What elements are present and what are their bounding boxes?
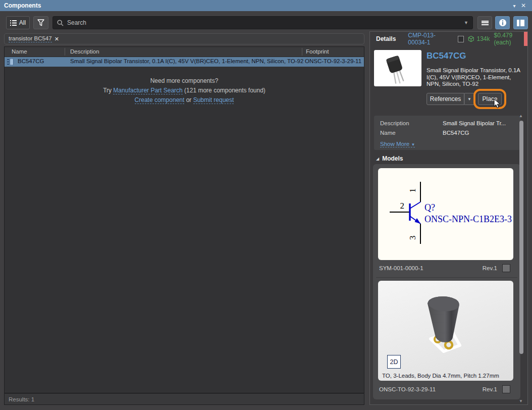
chevron-down-icon: ▼ bbox=[467, 97, 471, 101]
details-header: Details CMP-013-00034-1 134k $0.479 (eac… bbox=[370, 32, 527, 46]
details-scrollbar[interactable]: ▲ ▼ bbox=[517, 113, 525, 404]
or-text: or bbox=[184, 96, 193, 104]
info-icon bbox=[499, 19, 507, 27]
component-id-link[interactable]: CMP-013-00034-1 bbox=[408, 32, 453, 46]
columns-icon bbox=[520, 20, 524, 26]
column-header-description[interactable]: Description bbox=[70, 48, 99, 55]
panel-menu-chevron-icon[interactable]: ▾ bbox=[510, 3, 519, 9]
list-icon bbox=[10, 20, 17, 26]
symbol-name-label: ONSC-NPN-C1B2E3-3 bbox=[424, 214, 512, 224]
symbol-checkbox[interactable] bbox=[502, 264, 510, 272]
column-header-footprint[interactable]: Footprint bbox=[306, 48, 329, 55]
property-value: BC547CG bbox=[443, 130, 469, 136]
create-component-link[interactable]: Create component bbox=[135, 96, 185, 104]
panel-titlebar: Components ▾ ✕ bbox=[0, 0, 532, 11]
column-divider[interactable] bbox=[65, 48, 65, 56]
filter-remove-icon[interactable]: ✕ bbox=[55, 36, 59, 42]
pin1-number: 1 bbox=[408, 188, 417, 193]
models-section-label: Models bbox=[382, 155, 403, 162]
properties-card: DescriptionSmall Signal Bipolar Tr... Na… bbox=[374, 116, 520, 150]
try-text: Try bbox=[103, 87, 113, 94]
models-section-header[interactable]: ◢ Models bbox=[376, 155, 403, 162]
footprint-id: ONSC-TO-92-3-29-11 bbox=[379, 386, 436, 392]
panel-close-icon[interactable]: ✕ bbox=[519, 2, 528, 9]
panel-title: Components bbox=[4, 2, 41, 9]
npn-symbol-drawing: 1 2 3 Q? ONSC-NPN-C1B2E3-3 bbox=[378, 168, 513, 260]
schematic-symbol-preview[interactable]: 1 2 3 Q? ONSC-NPN-C1B2E3-3 bbox=[378, 168, 513, 260]
scrollbar-thumb[interactable] bbox=[519, 121, 523, 354]
property-value: Small Signal Bipolar Tr... bbox=[443, 120, 506, 126]
search-input[interactable] bbox=[67, 19, 464, 26]
empty-state-line1: Need more components? bbox=[5, 76, 364, 86]
filter-chip[interactable]: transistor BC547 bbox=[9, 35, 52, 42]
found-count-text: (121 more components found) bbox=[183, 87, 265, 94]
category-all-button[interactable]: All bbox=[6, 16, 30, 29]
table-header: Name Description Footprint bbox=[5, 47, 364, 57]
manufacturer-part-search-link[interactable]: Manufacturer Part Search bbox=[113, 87, 182, 94]
hamburger-icon bbox=[482, 20, 489, 26]
active-filter-bar: transistor BC547 ✕ bbox=[4, 33, 364, 44]
details-checkbox[interactable] bbox=[458, 36, 464, 42]
search-box[interactable]: ▼ bbox=[52, 16, 473, 29]
property-label: Description bbox=[380, 120, 443, 126]
show-more-label: Show More bbox=[380, 141, 409, 147]
pin2-number: 2 bbox=[400, 201, 405, 211]
row-name: BC547CG bbox=[18, 58, 44, 64]
references-button[interactable]: References bbox=[427, 93, 464, 105]
component-icon bbox=[7, 59, 15, 65]
property-label: Name bbox=[380, 130, 443, 136]
stock-count: 134k bbox=[476, 35, 490, 42]
row-footprint: ONSC-TO-92-3-29-11 bbox=[305, 58, 361, 64]
collapse-triangle-icon: ◢ bbox=[376, 157, 379, 161]
details-panel: Details CMP-013-00034-1 134k $0.479 (eac… bbox=[369, 31, 528, 405]
unit-price: $0.479 (each) bbox=[494, 32, 528, 46]
footprint-caption: TO, 3-Leads, Body Dia 4.7mm, Pitch 1.27m… bbox=[382, 373, 499, 379]
submit-request-link[interactable]: Submit request bbox=[193, 96, 234, 104]
designator-label: Q? bbox=[424, 202, 435, 213]
chevron-down-icon: ▼ bbox=[411, 142, 415, 147]
row-description: Small Signal Bipolar Transistor, 0.1A I(… bbox=[70, 58, 303, 64]
2d-toggle-button[interactable]: 2D bbox=[387, 355, 401, 369]
funnel-icon bbox=[37, 19, 44, 26]
references-dropdown-button[interactable]: ▼ bbox=[464, 93, 474, 105]
footprint-revision: Rev.1 bbox=[483, 386, 497, 392]
table-row[interactable]: BC547CG Small Signal Bipolar Transistor,… bbox=[5, 57, 364, 67]
column-divider[interactable] bbox=[302, 48, 302, 56]
footprint-model-row: ONSC-TO-92-3-29-11 Rev.1 bbox=[379, 385, 514, 395]
panel-layout-button[interactable] bbox=[513, 16, 528, 29]
symbol-revision: Rev.1 bbox=[483, 265, 497, 271]
filter-button[interactable] bbox=[33, 16, 48, 29]
pin3-number: 3 bbox=[408, 236, 417, 240]
part-photo bbox=[374, 50, 421, 86]
symbol-id: SYM-001-0000-1 bbox=[379, 265, 423, 271]
results-count: Results: 1 bbox=[9, 396, 34, 402]
columns-icon bbox=[517, 20, 519, 26]
footprint-checkbox[interactable] bbox=[502, 385, 510, 393]
panel-options-button[interactable] bbox=[477, 16, 492, 29]
scroll-down-icon[interactable]: ▼ bbox=[519, 399, 523, 403]
scroll-up-icon[interactable]: ▲ bbox=[519, 114, 523, 118]
part-description: Small Signal Bipolar Transistor, 0.1A I(… bbox=[427, 67, 525, 88]
symbol-model-row: SYM-001-0000-1 Rev.1 bbox=[379, 264, 514, 274]
all-button-label: All bbox=[19, 19, 26, 26]
search-icon bbox=[57, 20, 64, 26]
footprint-3d-preview[interactable]: 2D TO, 3-Leads, Body Dia 4.7mm, Pitch 1.… bbox=[378, 281, 513, 381]
lifecycle-indicator bbox=[524, 32, 527, 46]
details-title: Details bbox=[376, 35, 396, 42]
supply-box-icon bbox=[468, 35, 474, 42]
components-list: Name Description Footprint BC547CG Small… bbox=[4, 46, 364, 393]
empty-state-line3: Create component or Submit request bbox=[5, 95, 364, 105]
2d-toggle-label: 2D bbox=[390, 358, 398, 366]
divider bbox=[376, 277, 517, 278]
transistor-photo-icon bbox=[374, 50, 421, 86]
models-list: 1 2 3 Q? ONSC-NPN-C1B2E3-3 SYM-001-0000-… bbox=[373, 164, 520, 399]
show-more-link[interactable]: Show More ▼ bbox=[380, 141, 415, 147]
search-dropdown-chevron-icon[interactable]: ▼ bbox=[464, 20, 468, 25]
empty-state-line2: Try Manufacturer Part Search (121 more c… bbox=[5, 86, 364, 95]
part-title: BC547CG bbox=[427, 51, 466, 61]
empty-state-message: Need more components? Try Manufacturer P… bbox=[5, 76, 364, 105]
property-row: NameBC547CG bbox=[380, 130, 469, 136]
property-row: DescriptionSmall Signal Bipolar Tr... bbox=[380, 120, 506, 126]
details-toggle-button[interactable] bbox=[495, 16, 510, 29]
column-header-name[interactable]: Name bbox=[12, 48, 27, 55]
